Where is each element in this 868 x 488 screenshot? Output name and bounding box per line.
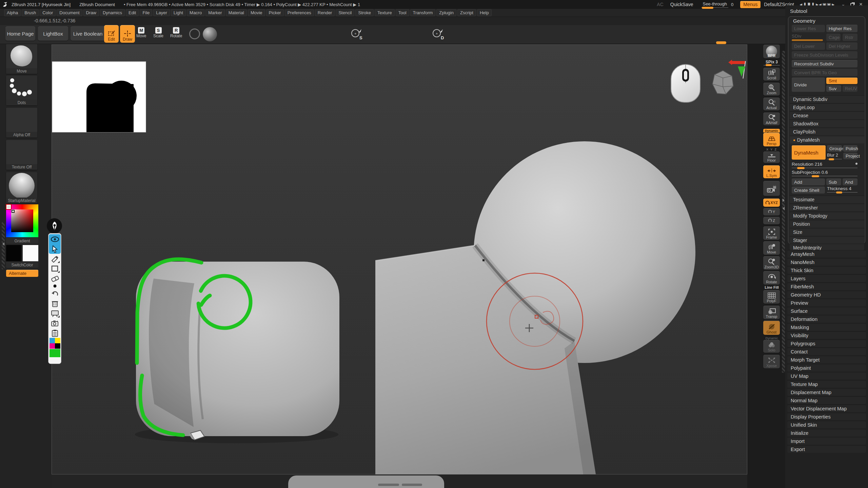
cage-button[interactable]: Cage bbox=[826, 34, 841, 41]
reuv-button[interactable]: ReUV bbox=[843, 85, 857, 92]
zremesher-section[interactable]: ZRemesher bbox=[790, 204, 864, 211]
rstr-button[interactable]: Rstr bbox=[843, 34, 857, 41]
floor-button[interactable]: Floor bbox=[763, 151, 780, 163]
displacement-map-palette[interactable]: Displacement Map bbox=[787, 388, 866, 396]
lock-camera-button[interactable] bbox=[763, 181, 780, 196]
menu-draw[interactable]: Draw bbox=[83, 9, 99, 16]
rotate-axis-xyz-button[interactable]: XYZ bbox=[763, 199, 780, 207]
menu-light[interactable]: Light bbox=[171, 9, 186, 16]
zoom3d-button[interactable]: Zoom3D bbox=[763, 256, 780, 270]
lower-res-button[interactable]: Lower Res bbox=[792, 25, 825, 32]
dynamesh-section-header[interactable]: ● DynaMesh bbox=[790, 136, 864, 143]
current-alpha-button[interactable]: Alpha Off bbox=[6, 108, 37, 138]
current-stroke-button[interactable]: Dots bbox=[6, 76, 37, 105]
eraser-tool-button[interactable] bbox=[49, 273, 60, 283]
position-section[interactable]: Position bbox=[790, 220, 864, 227]
brush-size-dot[interactable] bbox=[49, 283, 60, 289]
palette-magenta-swatch[interactable] bbox=[50, 343, 55, 349]
local-symmetry-button[interactable]: L.Sym bbox=[763, 165, 780, 178]
menu-brush[interactable]: Brush bbox=[22, 9, 39, 16]
color-picker-sv-square[interactable] bbox=[11, 209, 33, 232]
subprojection-slider[interactable]: SubProjection 0.6 bbox=[792, 170, 857, 177]
scale-gizmo-button[interactable]: S Scale bbox=[153, 27, 163, 38]
deformation-palette[interactable]: Deformation bbox=[787, 315, 866, 323]
thick-skin-palette[interactable]: Thick Skin bbox=[787, 266, 866, 274]
blur-slider[interactable]: Blur 2 bbox=[827, 153, 842, 160]
dynamesh-polish-button[interactable]: Polish bbox=[843, 145, 857, 152]
draw-button[interactable]: Draw bbox=[120, 25, 135, 43]
menu-stencil[interactable]: Stencil bbox=[336, 9, 354, 16]
rotate-axis-y-button[interactable]: Y bbox=[763, 208, 780, 216]
fibermesh-palette[interactable]: FiberMesh bbox=[787, 283, 866, 290]
home-page-button[interactable]: Home Page bbox=[5, 26, 35, 41]
morph-target-palette[interactable]: Morph Target bbox=[787, 356, 866, 363]
display-properties-palette[interactable]: Display Properties bbox=[787, 413, 866, 420]
alternate-button[interactable]: Alternate bbox=[6, 270, 38, 277]
sculpt-scene[interactable] bbox=[52, 45, 748, 475]
tessimate-section[interactable]: Tessimate bbox=[790, 196, 864, 203]
visibility-eye-button[interactable] bbox=[49, 234, 60, 244]
higher-res-button[interactable]: Higher Res bbox=[826, 25, 857, 32]
normal-map-palette[interactable]: Normal Map bbox=[787, 396, 866, 404]
polyframe-button[interactable]: PolyF bbox=[763, 290, 780, 304]
whiteboard-button[interactable] bbox=[49, 308, 60, 318]
resolution-slider[interactable]: Resolution 216 bbox=[792, 162, 857, 169]
left-tray-divider[interactable] bbox=[2, 222, 5, 269]
actual-size-button[interactable]: x1 Actual bbox=[763, 98, 780, 110]
see-through-handle[interactable] bbox=[702, 7, 713, 9]
zoom-button[interactable]: Zoom bbox=[763, 83, 780, 96]
menu-movie[interactable]: Movie bbox=[248, 9, 265, 16]
divide-button[interactable]: Divide bbox=[792, 78, 825, 92]
menu-document[interactable]: Document bbox=[57, 9, 82, 16]
sdiv-slider[interactable]: SDiv bbox=[792, 34, 823, 41]
menu-transform[interactable]: Transform bbox=[410, 9, 436, 16]
dynamesh-and-button[interactable]: And bbox=[843, 179, 857, 185]
surface-palette[interactable]: Surface bbox=[787, 307, 866, 314]
current-material-icon[interactable] bbox=[203, 27, 217, 41]
menu-macro[interactable]: Macro bbox=[187, 9, 204, 16]
color-palette-grid[interactable] bbox=[50, 338, 60, 349]
shelf-scroll-handle[interactable] bbox=[716, 41, 726, 44]
menu-layer[interactable]: Layer bbox=[153, 9, 170, 16]
vector-displacement-map-palette[interactable]: Vector Displacement Map bbox=[787, 405, 866, 412]
geometry-hd-palette[interactable]: Geometry HD bbox=[787, 291, 866, 298]
size-section[interactable]: Size bbox=[790, 228, 864, 236]
stroke-type-icon[interactable]: + S bbox=[350, 28, 363, 41]
right-tray-divider[interactable] bbox=[782, 51, 785, 373]
undo-button[interactable] bbox=[49, 289, 60, 299]
pen-tool-button[interactable] bbox=[49, 254, 60, 264]
main-color-swatch[interactable] bbox=[6, 245, 21, 261]
document-canvas[interactable] bbox=[52, 44, 747, 474]
reconstruct-subdiv-button[interactable]: Reconstruct Subdiv bbox=[792, 60, 857, 67]
layers-palette[interactable]: Layers bbox=[787, 274, 866, 282]
unified-skin-palette[interactable]: Unified Skin bbox=[787, 421, 866, 428]
menu-help[interactable]: Help bbox=[477, 9, 492, 16]
current-material-button[interactable]: StartupMaterial bbox=[6, 172, 37, 203]
move-gizmo-button[interactable]: M Move bbox=[136, 27, 146, 38]
geometry-palette-header[interactable]: Geometry bbox=[793, 18, 815, 24]
palette-black-swatch[interactable] bbox=[55, 343, 60, 349]
menu-alpha[interactable]: Alpha bbox=[4, 9, 21, 16]
nanomesh-palette[interactable]: NanoMesh bbox=[787, 258, 866, 266]
aahalf-button[interactable]: AAHalf bbox=[763, 113, 780, 125]
rotate-axis-z-button[interactable]: Z bbox=[763, 217, 780, 224]
current-color-green-swatch[interactable] bbox=[50, 349, 60, 357]
quicksave-button[interactable]: QuickSave bbox=[670, 1, 693, 8]
solo-button[interactable]: Solo bbox=[763, 340, 780, 353]
suv-button[interactable]: Suv bbox=[826, 85, 841, 92]
rotate-gizmo-button[interactable]: R Rotate bbox=[170, 27, 182, 38]
clear-trash-button[interactable] bbox=[49, 299, 60, 308]
bpr-render-button[interactable]: BPR bbox=[763, 45, 780, 58]
smt-button[interactable]: Smt bbox=[826, 78, 857, 84]
color-picker-hue-ring[interactable] bbox=[6, 204, 38, 237]
menu-material[interactable]: Material bbox=[226, 9, 247, 16]
claypolish-section[interactable]: ClayPolish bbox=[790, 128, 864, 135]
menu-file[interactable]: File bbox=[140, 9, 152, 16]
polygroups-palette[interactable]: Polygroups bbox=[787, 340, 866, 347]
menu-tool[interactable]: Tool bbox=[396, 9, 409, 16]
shadowbox-section[interactable]: ShadowBox bbox=[790, 120, 864, 127]
palette-blue-swatch[interactable] bbox=[50, 338, 55, 343]
menu-picker[interactable]: Picker bbox=[266, 9, 284, 16]
menu-dynamics[interactable]: Dynamics bbox=[100, 9, 125, 16]
menu-edit[interactable]: Edit bbox=[126, 9, 139, 16]
